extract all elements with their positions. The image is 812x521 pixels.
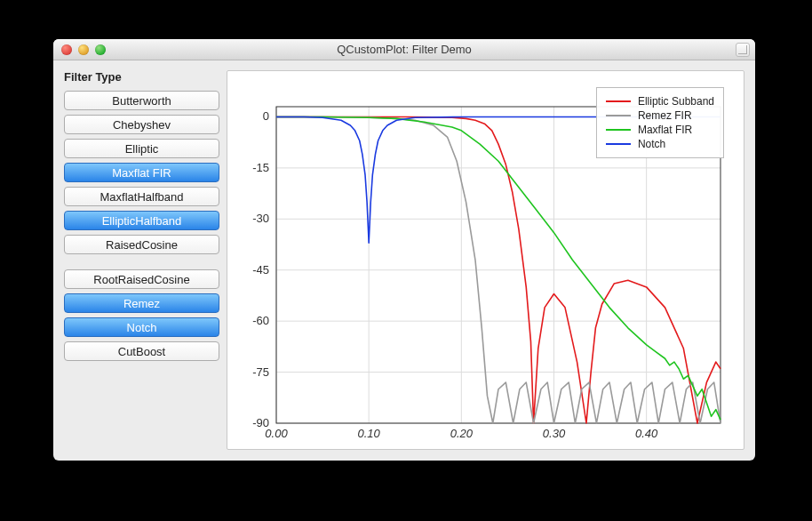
filter-button-notch[interactable]: Notch	[64, 317, 219, 337]
sidebar: Filter Type ButterworthChebyshevElliptic…	[64, 70, 219, 450]
legend-color-icon	[606, 115, 631, 116]
legend-entry: Elliptic Subband	[606, 95, 714, 108]
filter-button-rootraisedcosine[interactable]: RootRaisedCosine	[64, 269, 219, 289]
svg-text:0.20: 0.20	[450, 427, 474, 440]
zoom-icon[interactable]	[95, 44, 106, 55]
filter-button-butterworth[interactable]: Butterworth	[64, 91, 219, 110]
titlebar: QCustomPlot: Filter Demo	[53, 39, 755, 60]
legend-entry: Notch	[606, 138, 714, 150]
svg-text:0.00: 0.00	[265, 427, 288, 440]
svg-text:-75: -75	[252, 365, 269, 379]
close-icon[interactable]	[61, 44, 72, 55]
filter-button-elliptic[interactable]: Elliptic	[64, 139, 219, 158]
window-title: QCustomPlot: Filter Demo	[53, 43, 755, 56]
maximize-icon[interactable]	[736, 43, 750, 57]
filter-button-remez[interactable]: Remez	[64, 293, 219, 313]
legend-entry: Remez FIR	[606, 109, 714, 122]
legend-label: Maxflat FIR	[638, 124, 692, 136]
plot-area[interactable]: 0-15-30-45-60-75-900.000.100.200.300.40 …	[227, 70, 744, 450]
svg-text:0.30: 0.30	[543, 427, 566, 440]
svg-text:0: 0	[263, 109, 269, 123]
app-window: QCustomPlot: Filter Demo Filter Type But…	[53, 39, 755, 461]
legend-label: Remez FIR	[638, 109, 692, 122]
legend-label: Notch	[638, 138, 665, 150]
filter-button-maxflathalfband[interactable]: MaxflatHalfband	[64, 187, 219, 206]
filter-button-chebyshev[interactable]: Chebyshev	[64, 115, 219, 134]
svg-text:-30: -30	[252, 212, 269, 225]
legend-entry: Maxflat FIR	[606, 124, 714, 136]
minimize-icon[interactable]	[78, 44, 89, 55]
legend-color-icon	[606, 100, 631, 102]
filter-button-maxflatfir[interactable]: Maxflat FIR	[64, 163, 219, 182]
client-area: Filter Type ButterworthChebyshevElliptic…	[53, 60, 755, 461]
legend-color-icon	[606, 129, 631, 131]
legend-label: Elliptic Subband	[638, 95, 714, 108]
legend-color-icon	[606, 143, 631, 145]
sidebar-heading: Filter Type	[64, 70, 219, 84]
svg-text:0.40: 0.40	[635, 427, 658, 440]
filter-button-cutboost[interactable]: CutBoost	[64, 341, 219, 361]
svg-text:0.10: 0.10	[358, 427, 381, 440]
svg-text:-15: -15	[252, 161, 269, 174]
svg-text:-45: -45	[252, 263, 269, 277]
filter-button-raisedcosine[interactable]: RaisedCosine	[64, 235, 219, 254]
svg-text:-60: -60	[252, 314, 269, 327]
series-maxflat-fir	[276, 116, 720, 420]
filter-button-elliptichalfband[interactable]: EllipticHalfband	[64, 211, 219, 230]
legend: Elliptic SubbandRemez FIRMaxflat FIRNotc…	[596, 87, 724, 158]
